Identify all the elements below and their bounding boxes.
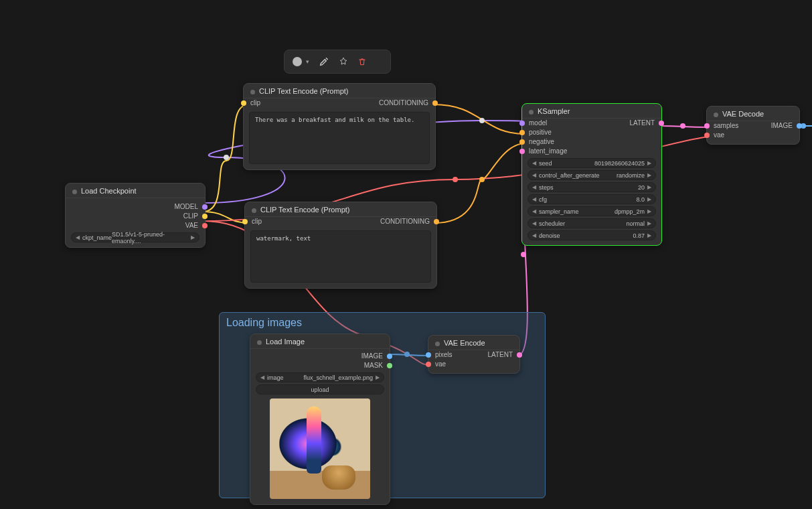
- upload-button[interactable]: upload: [256, 384, 384, 394]
- node-title: CLIP Text Encode (Prompt): [259, 87, 349, 95]
- node-title: Load Checkpoint: [81, 187, 137, 195]
- input-clip[interactable]: clip: [245, 217, 341, 226]
- eyedropper-icon[interactable]: [319, 56, 329, 67]
- widget-sampler-name[interactable]: ◀sampler_namedpmpp_2m▶: [527, 206, 656, 216]
- pin-icon[interactable]: [339, 57, 348, 66]
- prompt-textarea[interactable]: There was a breakfast and milk on the ta…: [249, 112, 430, 164]
- node-title: KSampler: [538, 107, 570, 115]
- trash-icon[interactable]: [357, 57, 367, 66]
- widget-denoise[interactable]: ◀denoise0.87▶: [527, 230, 656, 240]
- widget-seed[interactable]: ◀seed801982660624025▶: [527, 158, 656, 168]
- output-image[interactable]: IMAGE: [250, 352, 390, 361]
- node-ksampler[interactable]: KSampler model positive negative latent_…: [521, 103, 662, 246]
- input-pixels[interactable]: pixels: [428, 350, 474, 360]
- image-preview: [270, 398, 370, 499]
- svg-point-4: [680, 123, 685, 129]
- node-toolbar[interactable]: ▾: [284, 50, 391, 74]
- input-positive[interactable]: positive: [522, 128, 592, 137]
- output-conditioning[interactable]: CONDITIONING: [339, 98, 435, 108]
- widget-cfg[interactable]: ◀cfg8.0▶: [527, 194, 656, 204]
- node-clip-encode-positive[interactable]: CLIP Text Encode (Prompt) clip CONDITION…: [243, 83, 436, 170]
- svg-point-2: [453, 177, 458, 182]
- input-vae[interactable]: vae: [707, 131, 753, 140]
- node-title: CLIP Text Encode (Prompt): [260, 206, 350, 214]
- output-image[interactable]: IMAGE: [753, 121, 799, 131]
- output-model[interactable]: MODEL: [66, 202, 205, 212]
- node-vae-encode[interactable]: VAE Encode pixels vae LATENT: [428, 335, 520, 374]
- widget-scheduler[interactable]: ◀schedulernormal▶: [527, 218, 656, 228]
- input-latent-image[interactable]: latent_image: [522, 147, 592, 156]
- node-title: Load Image: [266, 338, 305, 346]
- widget-control-after-generate[interactable]: ◀control_after_generaterandomize▶: [527, 170, 656, 180]
- input-vae[interactable]: vae: [428, 360, 474, 369]
- node-title: VAE Encode: [444, 339, 485, 347]
- widget-image[interactable]: ◀imageflux_schnell_example.png▶: [256, 372, 384, 382]
- prompt-textarea[interactable]: watermark, text: [250, 230, 431, 283]
- node-title: VAE Decode: [722, 110, 764, 118]
- chevron-left-icon[interactable]: ◀: [76, 234, 80, 240]
- input-clip[interactable]: clip: [244, 98, 339, 108]
- svg-point-7: [521, 252, 526, 257]
- output-conditioning[interactable]: CONDITIONING: [341, 217, 436, 226]
- output-vae[interactable]: VAE: [66, 221, 205, 230]
- group-title[interactable]: Loading images: [220, 313, 545, 333]
- node-load-image[interactable]: Load Image IMAGE MASK ◀imageflux_schnell…: [250, 334, 390, 505]
- output-mask[interactable]: MASK: [250, 361, 390, 370]
- chevron-down-icon[interactable]: ▾: [306, 58, 309, 65]
- output-latent[interactable]: LATENT: [592, 119, 661, 128]
- node-vae-decode[interactable]: VAE Decode samples vae IMAGE: [706, 106, 800, 145]
- widget-steps[interactable]: ◀steps20▶: [527, 182, 656, 192]
- svg-point-1: [479, 118, 485, 123]
- output-clip[interactable]: CLIP: [66, 212, 205, 221]
- chevron-right-icon[interactable]: ▶: [191, 234, 195, 240]
- input-model[interactable]: model: [522, 119, 592, 128]
- svg-point-3: [479, 177, 485, 182]
- node-clip-encode-negative[interactable]: CLIP Text Encode (Prompt) clip CONDITION…: [244, 202, 437, 289]
- node-load-checkpoint[interactable]: Load Checkpoint MODEL CLIP VAE ◀ ckpt_na…: [65, 183, 206, 248]
- widget-ckpt-name[interactable]: ◀ ckpt_name SD1.5/v1-5-pruned-emaonly...…: [71, 232, 199, 242]
- input-samples[interactable]: samples: [707, 121, 753, 131]
- input-negative[interactable]: negative: [522, 137, 592, 147]
- color-picker-icon[interactable]: [293, 57, 302, 66]
- output-latent[interactable]: LATENT: [474, 350, 519, 360]
- svg-point-0: [224, 155, 229, 160]
